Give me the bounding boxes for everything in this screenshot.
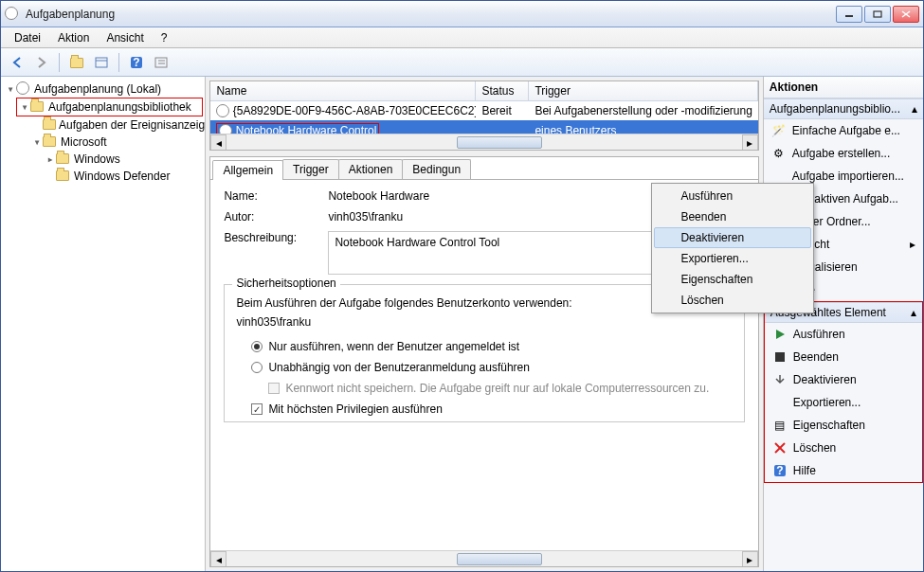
action-create-task[interactable]: ⚙Aufgabe erstellen... <box>764 142 923 165</box>
actions-section-lib[interactable]: Aufgabenplanungsbiblio...▴ <box>764 98 923 119</box>
tab-actions[interactable]: Aktionen <box>338 159 404 179</box>
name-label: Name: <box>224 189 328 203</box>
collapse-icon: ▴ <box>911 306 916 319</box>
menubar: Datei Aktion Ansicht ? <box>1 27 923 48</box>
minimize-button[interactable] <box>836 6 862 23</box>
menu-view[interactable]: Ansicht <box>99 29 151 46</box>
help-icon: ? <box>772 463 788 478</box>
ctx-delete[interactable]: Löschen <box>654 290 811 311</box>
tab-general[interactable]: Allgemein <box>212 160 283 180</box>
radio-logged-on[interactable]: Nur ausführen, wenn der Benutzer angemel… <box>236 336 732 357</box>
svg-text:?: ? <box>133 56 139 69</box>
show-pane-button[interactable] <box>91 52 112 73</box>
scroll-right-icon[interactable]: ▸ <box>742 551 758 567</box>
wand-icon: 🪄 <box>771 123 787 138</box>
scroll-left-icon[interactable]: ◂ <box>210 134 226 151</box>
up-folder-button[interactable] <box>66 52 87 73</box>
menu-help[interactable]: ? <box>154 29 175 46</box>
tab-trigger[interactable]: Trigger <box>282 159 339 179</box>
tree-windows[interactable]: ▸ Windows <box>43 151 203 168</box>
action-simple-task[interactable]: 🪄Einfache Aufgabe e... <box>764 119 923 142</box>
collapse-icon: ▴ <box>912 102 917 116</box>
scroll-thumb[interactable] <box>457 553 542 565</box>
app-icon <box>5 7 20 22</box>
properties-toolbar-button[interactable] <box>151 52 172 73</box>
account-value: vinh035\franku <box>236 315 732 336</box>
tree-events[interactable]: Aufgaben der Ereignisanzeig <box>41 116 203 134</box>
action-export[interactable]: Exportieren... <box>765 391 922 414</box>
tree-microsoft[interactable]: ▾ Microsoft <box>29 134 203 151</box>
tree-root[interactable]: ▾ Aufgabenplanung (Lokal) <box>3 80 203 98</box>
action-run[interactable]: Ausführen <box>765 323 922 346</box>
clock-icon <box>216 104 229 117</box>
task-row[interactable]: {5A8929DE-00F9-456C-A8AB-703E0CEEC6C2} B… <box>210 101 757 120</box>
svg-rect-1 <box>874 11 881 17</box>
author-label: Autor: <box>224 210 328 223</box>
task-grid[interactable]: Name Status Trigger {5A8929DE-00F9-456C-… <box>209 80 758 151</box>
actions-header: Aktionen <box>764 77 923 98</box>
tree-defender-label: Windows Defender <box>74 170 170 183</box>
radio-any-login[interactable]: Unabhängig von der Benutzeranmeldung aus… <box>236 357 732 378</box>
svg-rect-13 <box>775 352 785 362</box>
grid-header: Name Status Trigger <box>210 81 757 101</box>
tree-ms-label: Microsoft <box>61 135 107 149</box>
toolbar: ? <box>1 48 923 77</box>
tree-root-label: Aufgabenplanung (Lokal) <box>34 82 161 96</box>
scroll-thumb[interactable] <box>457 136 542 149</box>
tree-library[interactable]: ▾ Aufgabenplanungsbibliothek <box>16 98 203 116</box>
action-delete[interactable]: Löschen <box>765 437 922 459</box>
ctx-deactivate[interactable]: Deaktivieren <box>654 227 811 248</box>
center-pane: Name Status Trigger {5A8929DE-00F9-456C-… <box>206 77 763 571</box>
forward-button[interactable] <box>31 52 52 73</box>
delete-icon <box>772 440 788 456</box>
check-no-password: Kennwort nicht speichern. Die Aufgabe gr… <box>236 378 732 399</box>
stop-icon <box>772 349 788 365</box>
gear-icon: ⚙ <box>771 146 787 161</box>
main-area: ▾ Aufgabenplanung (Lokal) ▾ Aufgabenplan… <box>1 77 923 571</box>
tree-defender[interactable]: Windows Defender <box>54 168 203 185</box>
ctx-properties[interactable]: Eigenschaften <box>654 269 811 290</box>
tab-conditions[interactable]: Bedingun <box>402 159 471 179</box>
ctx-end[interactable]: Beenden <box>654 206 811 227</box>
context-menu: Ausführen Beenden Deaktivieren Exportier… <box>651 183 814 313</box>
svg-text:?: ? <box>776 464 783 477</box>
close-button[interactable] <box>893 6 919 23</box>
menu-action[interactable]: Aktion <box>50 29 97 46</box>
maximize-button[interactable] <box>864 6 891 23</box>
titlebar: Aufgabenplanung <box>1 1 923 27</box>
security-legend: Sicherheitsoptionen <box>232 277 339 290</box>
disable-icon <box>772 372 788 387</box>
tree-library-label: Aufgabenplanungsbibliothek <box>48 100 191 114</box>
tree-events-label: Aufgaben der Ereignisanzeig <box>59 118 205 132</box>
ctx-export[interactable]: Exportieren... <box>654 248 811 269</box>
action-end[interactable]: Beenden <box>765 346 922 368</box>
svg-rect-4 <box>96 58 107 67</box>
properties-icon: ▤ <box>772 418 788 433</box>
menu-file[interactable]: Datei <box>7 29 48 46</box>
col-name[interactable]: Name <box>210 81 476 100</box>
back-button[interactable] <box>7 52 27 73</box>
actions-pane: Aktionen Aufgabenplanungsbiblio...▴ 🪄Ein… <box>764 77 923 571</box>
ctx-run[interactable]: Ausführen <box>654 186 811 206</box>
window-title: Aufgabenplanung <box>26 8 836 21</box>
tree-win-label: Windows <box>74 152 120 166</box>
chevron-right-icon: ▸ <box>910 238 915 251</box>
tree-pane[interactable]: ▾ Aufgabenplanung (Lokal) ▾ Aufgabenplan… <box>1 77 206 571</box>
help-button[interactable]: ? <box>126 52 147 73</box>
play-icon <box>772 327 788 342</box>
details-tabs: Allgemein Trigger Aktionen Bedingun <box>210 157 757 180</box>
scroll-left-icon[interactable]: ◂ <box>210 551 226 567</box>
grid-hscroll[interactable]: ◂ ▸ <box>210 134 757 150</box>
scroll-right-icon[interactable]: ▸ <box>742 134 758 151</box>
col-trigger[interactable]: Trigger <box>529 81 757 100</box>
action-help2[interactable]: ?Hilfe <box>765 459 922 482</box>
col-status[interactable]: Status <box>476 81 529 100</box>
details-hscroll[interactable]: ◂ ▸ <box>210 550 757 566</box>
svg-rect-8 <box>155 58 167 67</box>
action-deactivate[interactable]: Deaktivieren <box>765 368 922 391</box>
check-highest-priv[interactable]: ✓Mit höchsten Privilegien ausführen <box>236 399 732 420</box>
action-properties[interactable]: ▤Eigenschaften <box>765 414 922 437</box>
desc-label: Beschreibung: <box>224 231 328 275</box>
